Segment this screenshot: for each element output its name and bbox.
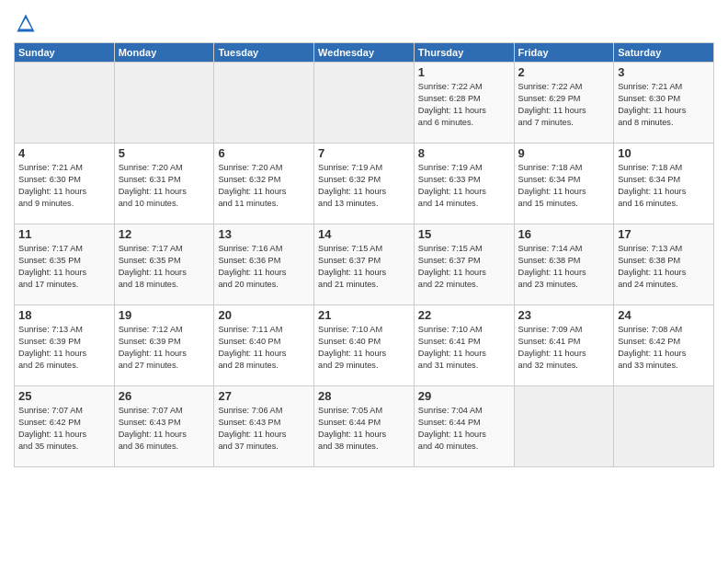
day-number: 7 (318, 146, 410, 160)
day-info: Sunrise: 7:05 AM Sunset: 6:44 PM Dayligh… (318, 405, 410, 453)
day-info: Sunrise: 7:06 AM Sunset: 6:43 PM Dayligh… (218, 405, 310, 453)
day-info: Sunrise: 7:12 AM Sunset: 6:39 PM Dayligh… (119, 324, 210, 372)
day-number: 29 (418, 389, 510, 403)
day-info: Sunrise: 7:19 AM Sunset: 6:33 PM Dayligh… (418, 162, 510, 210)
day-number: 10 (618, 146, 710, 160)
calendar-header-tuesday: Tuesday (214, 43, 314, 63)
calendar-cell: 9Sunrise: 7:18 AM Sunset: 6:34 PM Daylig… (514, 144, 614, 224)
day-number: 28 (318, 389, 410, 403)
calendar-cell: 12Sunrise: 7:17 AM Sunset: 6:35 PM Dayli… (114, 224, 214, 305)
calendar-header-thursday: Thursday (414, 43, 514, 63)
day-info: Sunrise: 7:04 AM Sunset: 6:44 PM Dayligh… (418, 405, 510, 453)
day-number: 3 (618, 65, 710, 79)
calendar-cell: 25Sunrise: 7:07 AM Sunset: 6:42 PM Dayli… (15, 386, 115, 467)
calendar-cell (15, 63, 115, 144)
logo-icon (16, 13, 36, 33)
calendar-cell: 28Sunrise: 7:05 AM Sunset: 6:44 PM Dayli… (314, 386, 415, 467)
calendar-cell: 4Sunrise: 7:21 AM Sunset: 6:30 PM Daylig… (15, 144, 115, 224)
calendar-cell (114, 63, 214, 144)
calendar-cell: 2Sunrise: 7:22 AM Sunset: 6:29 PM Daylig… (514, 63, 614, 144)
calendar-cell: 17Sunrise: 7:13 AM Sunset: 6:38 PM Dayli… (614, 224, 714, 305)
calendar-week-2: 11Sunrise: 7:17 AM Sunset: 6:35 PM Dayli… (15, 224, 714, 305)
calendar-cell: 19Sunrise: 7:12 AM Sunset: 6:39 PM Dayli… (114, 305, 214, 386)
day-info: Sunrise: 7:10 AM Sunset: 6:41 PM Dayligh… (418, 324, 510, 372)
day-info: Sunrise: 7:16 AM Sunset: 6:36 PM Dayligh… (218, 243, 310, 291)
day-number: 11 (18, 227, 110, 241)
calendar-cell (614, 386, 714, 467)
day-info: Sunrise: 7:21 AM Sunset: 6:30 PM Dayligh… (618, 81, 710, 129)
calendar-cell: 24Sunrise: 7:08 AM Sunset: 6:42 PM Dayli… (614, 305, 714, 386)
day-number: 18 (18, 308, 110, 322)
calendar-week-0: 1Sunrise: 7:22 AM Sunset: 6:28 PM Daylig… (15, 63, 714, 144)
calendar-header-wednesday: Wednesday (314, 43, 415, 63)
day-number: 4 (18, 146, 110, 160)
calendar-cell: 6Sunrise: 7:20 AM Sunset: 6:32 PM Daylig… (214, 144, 314, 224)
day-info: Sunrise: 7:14 AM Sunset: 6:38 PM Dayligh… (518, 243, 610, 291)
day-info: Sunrise: 7:10 AM Sunset: 6:40 PM Dayligh… (318, 324, 410, 372)
day-info: Sunrise: 7:09 AM Sunset: 6:41 PM Dayligh… (518, 324, 610, 372)
day-number: 21 (318, 308, 410, 322)
day-info: Sunrise: 7:18 AM Sunset: 6:34 PM Dayligh… (518, 162, 610, 210)
calendar-cell: 20Sunrise: 7:11 AM Sunset: 6:40 PM Dayli… (214, 305, 314, 386)
calendar-cell: 21Sunrise: 7:10 AM Sunset: 6:40 PM Dayli… (314, 305, 415, 386)
calendar-cell: 16Sunrise: 7:14 AM Sunset: 6:38 PM Dayli… (514, 224, 614, 305)
day-number: 2 (518, 65, 610, 79)
day-info: Sunrise: 7:22 AM Sunset: 6:29 PM Dayligh… (518, 81, 610, 129)
day-info: Sunrise: 7:11 AM Sunset: 6:40 PM Dayligh… (218, 324, 310, 372)
day-info: Sunrise: 7:17 AM Sunset: 6:35 PM Dayligh… (119, 243, 210, 291)
calendar-cell: 13Sunrise: 7:16 AM Sunset: 6:36 PM Dayli… (214, 224, 314, 305)
page: SundayMondayTuesdayWednesdayThursdayFrid… (0, 0, 728, 563)
calendar-cell (514, 386, 614, 467)
day-info: Sunrise: 7:19 AM Sunset: 6:32 PM Dayligh… (318, 162, 410, 210)
day-info: Sunrise: 7:07 AM Sunset: 6:43 PM Dayligh… (119, 405, 210, 453)
day-number: 8 (418, 146, 510, 160)
calendar-cell: 11Sunrise: 7:17 AM Sunset: 6:35 PM Dayli… (15, 224, 115, 305)
day-number: 24 (618, 308, 710, 322)
calendar-cell: 10Sunrise: 7:18 AM Sunset: 6:34 PM Dayli… (614, 144, 714, 224)
calendar-cell (214, 63, 314, 144)
day-info: Sunrise: 7:13 AM Sunset: 6:38 PM Dayligh… (618, 243, 710, 291)
day-number: 9 (518, 146, 610, 160)
logo (14, 13, 36, 37)
calendar-week-1: 4Sunrise: 7:21 AM Sunset: 6:30 PM Daylig… (15, 144, 714, 224)
day-number: 6 (218, 146, 310, 160)
calendar-cell: 8Sunrise: 7:19 AM Sunset: 6:33 PM Daylig… (414, 144, 514, 224)
day-number: 25 (18, 389, 110, 403)
day-number: 1 (418, 65, 510, 79)
calendar-week-4: 25Sunrise: 7:07 AM Sunset: 6:42 PM Dayli… (15, 386, 714, 467)
day-number: 19 (119, 308, 210, 322)
calendar-header-sunday: Sunday (15, 43, 115, 63)
day-number: 13 (218, 227, 310, 241)
calendar-cell: 29Sunrise: 7:04 AM Sunset: 6:44 PM Dayli… (414, 386, 514, 467)
day-number: 17 (618, 227, 710, 241)
day-info: Sunrise: 7:07 AM Sunset: 6:42 PM Dayligh… (18, 405, 110, 453)
day-info: Sunrise: 7:21 AM Sunset: 6:30 PM Dayligh… (18, 162, 110, 210)
day-info: Sunrise: 7:15 AM Sunset: 6:37 PM Dayligh… (418, 243, 510, 291)
day-info: Sunrise: 7:08 AM Sunset: 6:42 PM Dayligh… (618, 324, 710, 372)
day-number: 27 (218, 389, 310, 403)
day-number: 14 (318, 227, 410, 241)
day-info: Sunrise: 7:20 AM Sunset: 6:32 PM Dayligh… (218, 162, 310, 210)
calendar-cell (314, 63, 415, 144)
day-number: 22 (418, 308, 510, 322)
calendar-cell: 1Sunrise: 7:22 AM Sunset: 6:28 PM Daylig… (414, 63, 514, 144)
header (14, 9, 714, 37)
calendar-week-3: 18Sunrise: 7:13 AM Sunset: 6:39 PM Dayli… (15, 305, 714, 386)
day-info: Sunrise: 7:18 AM Sunset: 6:34 PM Dayligh… (618, 162, 710, 210)
day-number: 23 (518, 308, 610, 322)
calendar-cell: 5Sunrise: 7:20 AM Sunset: 6:31 PM Daylig… (114, 144, 214, 224)
day-info: Sunrise: 7:13 AM Sunset: 6:39 PM Dayligh… (18, 324, 110, 372)
calendar-cell: 14Sunrise: 7:15 AM Sunset: 6:37 PM Dayli… (314, 224, 415, 305)
day-number: 12 (119, 227, 210, 241)
calendar-cell: 23Sunrise: 7:09 AM Sunset: 6:41 PM Dayli… (514, 305, 614, 386)
calendar-cell: 22Sunrise: 7:10 AM Sunset: 6:41 PM Dayli… (414, 305, 514, 386)
calendar: SundayMondayTuesdayWednesdayThursdayFrid… (14, 42, 714, 467)
day-number: 5 (119, 146, 210, 160)
calendar-cell: 15Sunrise: 7:15 AM Sunset: 6:37 PM Dayli… (414, 224, 514, 305)
calendar-header-friday: Friday (514, 43, 614, 63)
calendar-cell: 3Sunrise: 7:21 AM Sunset: 6:30 PM Daylig… (614, 63, 714, 144)
calendar-header-row: SundayMondayTuesdayWednesdayThursdayFrid… (15, 43, 714, 63)
calendar-cell: 26Sunrise: 7:07 AM Sunset: 6:43 PM Dayli… (114, 386, 214, 467)
calendar-cell: 27Sunrise: 7:06 AM Sunset: 6:43 PM Dayli… (214, 386, 314, 467)
day-info: Sunrise: 7:15 AM Sunset: 6:37 PM Dayligh… (318, 243, 410, 291)
